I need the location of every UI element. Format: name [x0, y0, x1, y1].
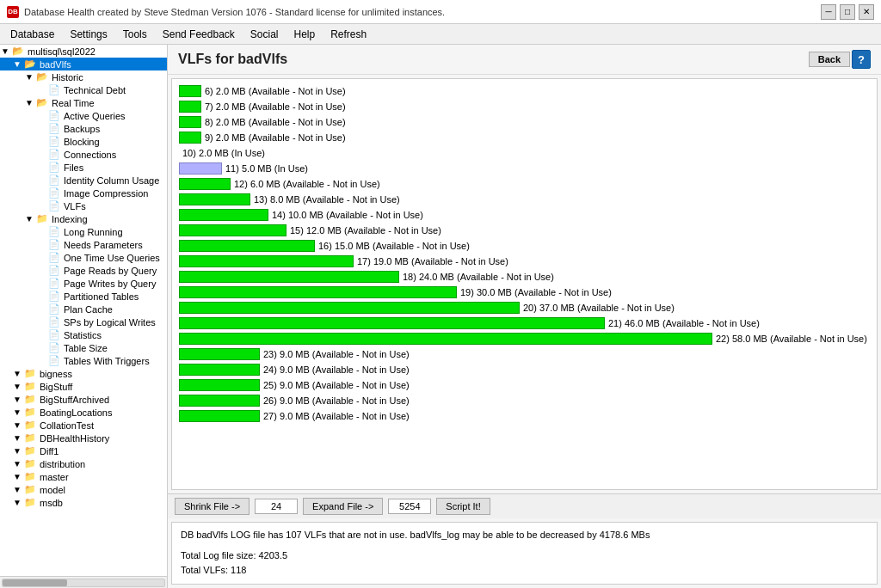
sidebar-item-multisql[interactable]: ▼📂multisql\sql2022 [0, 45, 167, 58]
shrink-file-button[interactable]: Shrink File -> [175, 498, 250, 515]
tree-label-backups: Backups [64, 124, 100, 134]
page-icon: 📄 [48, 226, 60, 237]
menu-social[interactable]: Social [243, 27, 286, 42]
sidebar-item-boatinglocations[interactable]: ▼📁BoatingLocations [0, 406, 167, 419]
menu-refresh[interactable]: Refresh [323, 27, 373, 42]
tree-toggle-dbhealthhistory[interactable]: ▼ [12, 433, 22, 443]
sidebar-item-indexing[interactable]: ▼📁Indexing [0, 212, 167, 225]
content-header: VLFs for badVlfs Back ? [168, 45, 881, 75]
sidebar-item-backups[interactable]: 📄Backups [0, 122, 167, 135]
vlf-label: 20) 37.0 MB (Available - Not in Use) [523, 303, 675, 313]
back-button[interactable]: Back [809, 52, 850, 67]
title-bar: DB Database Health created by Steve Sted… [0, 0, 881, 24]
sidebar-item-model[interactable]: ▼📁model [0, 483, 167, 496]
sidebar-tree[interactable]: ▼📂multisql\sql2022▼📂badVlfs▼📂Historic 📄T… [0, 45, 167, 576]
sidebar-item-plancache[interactable]: 📄Plan Cache [0, 303, 167, 315]
tree-toggle-model[interactable]: ▼ [12, 485, 22, 494]
menu-tools[interactable]: Tools [116, 27, 154, 42]
sidebar-item-realtime[interactable]: ▼📂Real Time [0, 96, 167, 109]
sidebar-item-collationtest[interactable]: ▼📁CollationTest [0, 419, 167, 432]
tree-toggle-bigness[interactable]: ▼ [12, 369, 22, 378]
help-button[interactable]: ? [852, 50, 871, 69]
sidebar-item-vlfs[interactable]: 📄VLFs [0, 199, 167, 212]
sidebar-item-onetimequeries[interactable]: 📄One Time Use Queries [0, 251, 167, 264]
sidebar-item-activequeries[interactable]: 📄Active Queries [0, 109, 167, 122]
menu-settings[interactable]: Settings [63, 27, 114, 42]
tree-toggle-realtime[interactable]: ▼ [24, 98, 34, 107]
sidebar-item-identitycolumn[interactable]: 📄Identity Column Usage [0, 174, 167, 187]
sidebar-item-imagecompression[interactable]: 📄Image Compression [0, 187, 167, 199]
sidebar-item-statistics[interactable]: 📄Statistics [0, 328, 167, 341]
sidebar-item-bigness[interactable]: ▼📁bigness [0, 367, 167, 380]
total-log-size: Total Log file size: 4203.5 [181, 548, 868, 564]
page-icon: 📄 [48, 175, 60, 186]
sidebar-item-dbhealthhistory[interactable]: ▼📁DBHealthHistory [0, 432, 167, 444]
sidebar-item-bigstuffarchived[interactable]: ▼📁BigStuffArchived [0, 393, 167, 406]
vlf-row: 22) 58.0 MB (Available - Not in Use) [179, 331, 870, 346]
sidebar-item-splogical[interactable]: 📄SPs by Logical Writes [0, 315, 167, 328]
vlf-bar [179, 333, 712, 345]
page-icon: 📄 [48, 136, 60, 147]
sidebar-item-techdebt[interactable]: 📄Technical Debt [0, 83, 167, 96]
sidebar-item-diff1[interactable]: ▼📁Diff1 [0, 444, 167, 457]
tree-toggle-multisql[interactable]: ▼ [0, 46, 10, 56]
vlf-bar [179, 364, 260, 376]
vlf-label: 23) 9.0 MB (Available - Not in Use) [263, 349, 410, 359]
vlf-label: 6) 2.0 MB (Available - Not in Use) [205, 86, 346, 96]
title-bar-controls[interactable]: ─ □ ✕ [821, 4, 874, 20]
sidebar-item-distribution[interactable]: ▼📁distribution [0, 457, 167, 470]
tree-toggle-bigstuffarchived[interactable]: ▼ [12, 395, 22, 404]
sidebar-item-master[interactable]: ▼📁master [0, 470, 167, 483]
sidebar-item-blocking[interactable]: 📄Blocking [0, 135, 167, 148]
sidebar-item-msdb[interactable]: ▼📁msdb [0, 496, 167, 509]
menu-send-feedback[interactable]: Send Feedback [156, 27, 242, 42]
sidebar-item-tablesize[interactable]: 📄Table Size [0, 341, 167, 354]
expand-value-input[interactable] [388, 499, 431, 514]
sidebar-horizontal-scrollbar[interactable] [0, 576, 167, 588]
vlf-bar [179, 302, 520, 314]
tree-toggle-historic[interactable]: ▼ [24, 72, 34, 82]
sidebar-item-files[interactable]: 📄Files [0, 161, 167, 174]
tree-toggle-boatinglocations[interactable]: ▼ [12, 407, 22, 417]
page-icon: 📄 [48, 252, 60, 263]
close-button[interactable]: ✕ [859, 4, 874, 20]
sidebar-item-pagewrites[interactable]: 📄Page Writes by Query [0, 277, 167, 290]
sidebar-item-badvlfs[interactable]: ▼📂badVlfs [0, 58, 167, 70]
tree-label-onetimequeries: One Time Use Queries [64, 253, 160, 263]
expand-file-button[interactable]: Expand File -> [303, 498, 383, 515]
sidebar: ▼📂multisql\sql2022▼📂badVlfs▼📂Historic 📄T… [0, 45, 168, 588]
sidebar-item-bigstuff[interactable]: ▼📁BigStuff [0, 380, 167, 393]
sidebar-item-historic[interactable]: ▼📂Historic [0, 70, 167, 83]
vlf-bar [179, 240, 315, 252]
sidebar-item-longrunning[interactable]: 📄Long Running [0, 225, 167, 238]
sidebar-item-needsparams[interactable]: 📄Needs Parameters [0, 238, 167, 251]
vlf-row: 7) 2.0 MB (Available - Not in Use) [179, 99, 870, 113]
sidebar-item-tableswithtrigs[interactable]: 📄Tables With Triggers [0, 354, 167, 367]
vlf-bar [179, 395, 260, 407]
restore-button[interactable]: □ [840, 4, 855, 20]
vlf-row: 23) 9.0 MB (Available - Not in Use) [179, 346, 870, 361]
vlf-row: 17) 19.0 MB (Available - Not in Use) [179, 254, 870, 268]
vlf-chart-container[interactable]: 6) 2.0 MB (Available - Not in Use) 7) 2.… [171, 78, 878, 490]
minimize-button[interactable]: ─ [821, 4, 836, 20]
page-icon: 📄 [48, 84, 60, 95]
tree-toggle-bigstuff[interactable]: ▼ [12, 382, 22, 391]
tree-toggle-master[interactable]: ▼ [12, 472, 22, 481]
sidebar-item-connections[interactable]: 📄Connections [0, 148, 167, 161]
tree-label-distribution: distribution [40, 459, 85, 469]
script-it-button[interactable]: Script It! [436, 498, 490, 515]
sidebar-item-pagereads[interactable]: 📄Page Reads by Query [0, 264, 167, 277]
tree-toggle-badvlfs[interactable]: ▼ [12, 59, 22, 69]
tree-toggle-msdb[interactable]: ▼ [12, 498, 22, 507]
scrollbar-track [2, 579, 165, 587]
tree-toggle-indexing[interactable]: ▼ [24, 214, 34, 224]
sidebar-item-partitioned[interactable]: 📄Partitioned Tables [0, 290, 167, 303]
shrink-value-input[interactable] [255, 499, 298, 514]
vlf-label: 25) 9.0 MB (Available - Not in Use) [263, 380, 410, 390]
tree-toggle-collationtest[interactable]: ▼ [12, 420, 22, 430]
menu-database[interactable]: Database [3, 27, 61, 42]
folder-icon: 📁 [24, 407, 36, 418]
tree-toggle-diff1[interactable]: ▼ [12, 446, 22, 456]
tree-toggle-distribution[interactable]: ▼ [12, 459, 22, 469]
menu-help[interactable]: Help [287, 27, 323, 42]
